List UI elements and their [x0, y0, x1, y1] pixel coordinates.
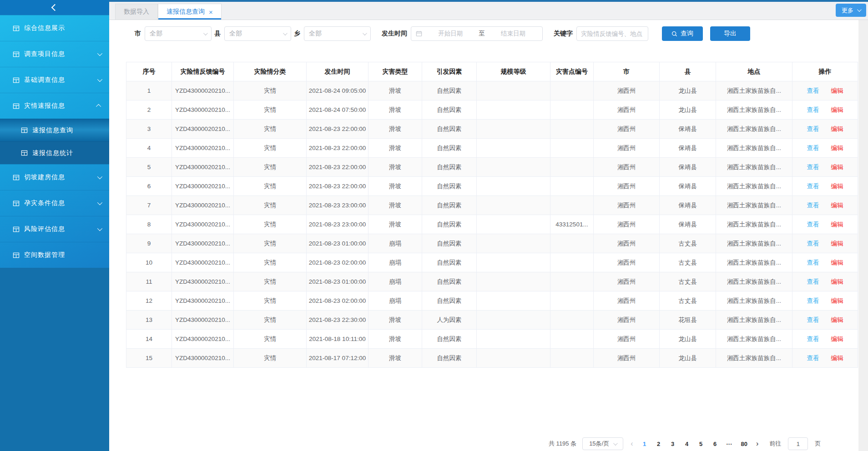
sidebar-item[interactable]: 速报信息查询: [0, 119, 109, 141]
cell-city: 湘西州: [594, 120, 660, 139]
view-link[interactable]: 查看: [807, 278, 819, 285]
filter-select[interactable]: 全部: [224, 26, 291, 41]
cell-point-code: [550, 349, 594, 368]
cell-city: 湘西州: [594, 311, 660, 330]
edit-link[interactable]: 编辑: [831, 106, 843, 113]
table-header-cell: 操作: [792, 62, 858, 81]
sidebar-item[interactable]: 灾情速报信息: [0, 93, 109, 119]
edit-link[interactable]: 编辑: [831, 278, 843, 285]
edit-link[interactable]: 编辑: [831, 221, 843, 228]
cell-actions: 查看 编辑: [792, 215, 858, 234]
view-link[interactable]: 查看: [807, 355, 819, 361]
query-button[interactable]: 查询: [662, 26, 703, 41]
edit-link[interactable]: 编辑: [831, 202, 843, 209]
cell-city: 湘西州: [594, 234, 660, 253]
page-number[interactable]: 2: [656, 441, 661, 447]
keyword-input[interactable]: [576, 26, 648, 41]
cell-disaster-type: 崩塌: [368, 291, 422, 311]
more-button[interactable]: 更多: [836, 4, 866, 17]
sidebar-item[interactable]: 空间数据管理: [0, 242, 109, 268]
tab-content: 市 全部 县 全部: [109, 20, 868, 451]
edit-link[interactable]: 编辑: [831, 240, 843, 247]
prev-page-arrow[interactable]: ‹: [629, 440, 634, 448]
cell-scale-level: [477, 81, 550, 100]
cell-location: 湘西土家族苗族自...: [716, 120, 792, 139]
cell-location: 湘西土家族苗族自...: [716, 196, 792, 215]
page-number[interactable]: 3: [670, 441, 676, 447]
cell-city: 湘西州: [594, 215, 660, 234]
filter-select[interactable]: 全部: [304, 26, 371, 41]
date-range-label: 发生时间: [382, 30, 407, 38]
jump-page-input[interactable]: [788, 437, 808, 450]
sidebar-item[interactable]: 风险评估信息: [0, 216, 109, 242]
view-link[interactable]: 查看: [807, 259, 819, 266]
view-link[interactable]: 查看: [807, 202, 819, 209]
page-size-select[interactable]: 15条/页: [582, 437, 623, 450]
cell-feedback-code: YZD43000020210...: [172, 81, 234, 100]
cell-cause: 自然因素: [422, 177, 477, 196]
edit-link[interactable]: 编辑: [831, 259, 843, 266]
page-number[interactable]: ···: [727, 441, 732, 447]
page-number[interactable]: 4: [684, 441, 690, 447]
cell-county: 古丈县: [660, 272, 716, 291]
view-link[interactable]: 查看: [807, 297, 819, 304]
export-button[interactable]: 导出: [710, 26, 750, 41]
page-number[interactable]: 6: [712, 441, 718, 447]
sidebar-item[interactable]: 调查项目信息: [0, 41, 109, 67]
sidebar-item[interactable]: 基础调查信息: [0, 67, 109, 93]
start-date-placeholder[interactable]: 开始日期: [426, 30, 475, 38]
cell-scale-level: [477, 234, 550, 253]
view-link[interactable]: 查看: [807, 145, 819, 151]
tab[interactable]: 数据导入 ×: [115, 4, 158, 20]
view-link[interactable]: 查看: [807, 221, 819, 228]
sidebar-item[interactable]: 综合信息展示: [0, 15, 109, 41]
cell-feedback-code: YZD43000020210...: [172, 330, 234, 349]
sidebar-item[interactable]: 切坡建房信息: [0, 164, 109, 190]
cell-point-code: [550, 158, 594, 177]
cell-city: 湘西州: [594, 349, 660, 368]
edit-link[interactable]: 编辑: [831, 336, 843, 342]
edit-link[interactable]: 编辑: [831, 125, 843, 132]
page-number[interactable]: 1: [642, 441, 647, 447]
edit-link[interactable]: 编辑: [831, 164, 843, 170]
cell-scale-level: [477, 139, 550, 158]
chevron-left-icon: [51, 4, 58, 11]
cell-point-code: [550, 311, 594, 330]
chevron-toggle-icon: [96, 104, 101, 109]
cell-location: 湘西土家族苗族自...: [716, 139, 792, 158]
edit-link[interactable]: 编辑: [831, 87, 843, 94]
cell-cause: 自然因素: [422, 349, 477, 368]
page-number[interactable]: 5: [698, 441, 704, 447]
cell-seq: 14: [126, 330, 172, 349]
sidebar-collapse-button[interactable]: [0, 0, 109, 15]
cell-actions: 查看 编辑: [792, 81, 858, 100]
view-link[interactable]: 查看: [807, 316, 819, 323]
edit-link[interactable]: 编辑: [831, 297, 843, 304]
cell-seq: 6: [126, 177, 172, 196]
view-link[interactable]: 查看: [807, 240, 819, 247]
view-link[interactable]: 查看: [807, 106, 819, 113]
edit-link[interactable]: 编辑: [831, 145, 843, 151]
page-number[interactable]: 80: [741, 441, 747, 447]
more-button-label: 更多: [842, 6, 853, 15]
cell-actions: 查看 编辑: [792, 291, 858, 311]
sidebar-item[interactable]: 孕灾条件信息: [0, 190, 109, 216]
view-link[interactable]: 查看: [807, 125, 819, 132]
edit-link[interactable]: 编辑: [831, 355, 843, 361]
tab-close-icon[interactable]: ×: [209, 9, 213, 15]
filter-select[interactable]: 全部: [145, 26, 212, 41]
date-range-picker[interactable]: 开始日期 至 结束日期: [411, 26, 543, 41]
view-link[interactable]: 查看: [807, 183, 819, 190]
tab[interactable]: 速报信息查询 ×: [158, 4, 222, 20]
end-date-placeholder[interactable]: 结束日期: [489, 30, 538, 38]
view-link[interactable]: 查看: [807, 336, 819, 342]
sidebar-item[interactable]: 速报信息统计: [0, 141, 109, 164]
cell-scale-level: [477, 330, 550, 349]
view-link[interactable]: 查看: [807, 164, 819, 170]
cell-actions: 查看 编辑: [792, 253, 858, 272]
edit-link[interactable]: 编辑: [831, 316, 843, 323]
edit-link[interactable]: 编辑: [831, 183, 843, 190]
view-link[interactable]: 查看: [807, 87, 819, 94]
next-page-arrow[interactable]: ›: [755, 440, 760, 448]
cell-actions: 查看 编辑: [792, 158, 858, 177]
